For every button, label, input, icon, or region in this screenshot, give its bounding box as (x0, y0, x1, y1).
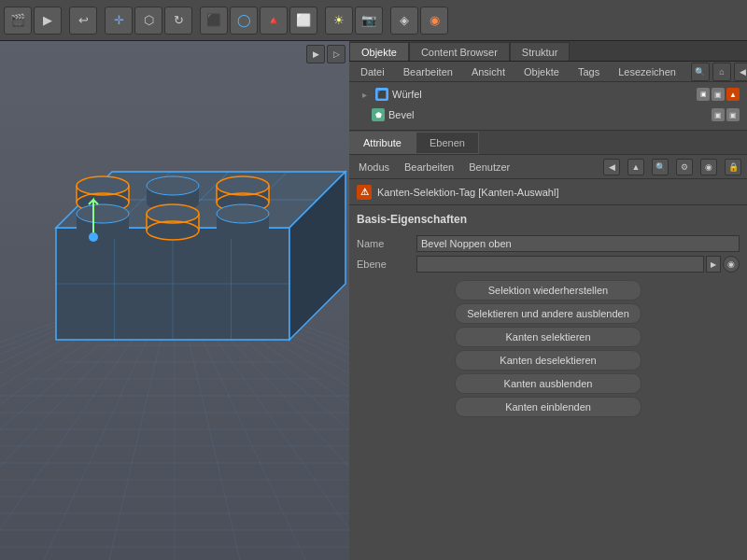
btn-selektieren-andere-ausblenden[interactable]: Selektieren und andere ausblenden (455, 303, 641, 324)
btn-kanten-ausblenden[interactable]: Kanten ausblenden (455, 373, 641, 394)
menu-icon-back[interactable]: ◀ (734, 63, 747, 81)
attr-tab-bar: Attribute Ebenen (349, 131, 747, 155)
toolbar-btn-rotate[interactable]: ↻ (164, 7, 192, 35)
attr-nav-left[interactable]: ◀ (603, 159, 620, 175)
prop-row-ebene: Ebene ▶ ◉ (349, 254, 747, 274)
toolbar-btn-render[interactable]: ◉ (420, 7, 448, 35)
section-header: Basis-Eigenschaften (349, 209, 747, 230)
right-panel: Objekte Content Browser Struktur Datei B… (349, 41, 747, 560)
prop-value-name: Bevel Noppen oben (416, 235, 740, 252)
menu-icon-home[interactable]: ⌂ (712, 63, 731, 81)
menu-objekte[interactable]: Objekte (520, 64, 563, 79)
bevel-tags: ▣ ▣ (712, 108, 740, 121)
toolbar-btn-scale[interactable]: ⬡ (134, 7, 162, 35)
btn-kanten-deselektieren[interactable]: Kanten deselektieren (455, 350, 641, 371)
tag-gray-1: ▣ (697, 88, 710, 101)
prop-label-name: Name (357, 238, 413, 249)
toolbar-btn-light[interactable]: ☀ (325, 7, 353, 35)
main-layout: ▶ ▷ Objekte Content Browser Struktur Dat… (0, 41, 747, 560)
tab-struktur[interactable]: Struktur (510, 42, 571, 61)
prop-row-name: Name Bevel Noppen oben (349, 233, 747, 254)
viewport-3d[interactable]: ▶ ▷ (0, 41, 349, 560)
tree-label-wuerfel: Würfel (392, 89, 693, 100)
attr-nav-circle[interactable]: ◉ (700, 159, 717, 175)
viewport-canvas (0, 41, 349, 560)
top-toolbar: 🎬 ▶ ↩ ✛ ⬡ ↻ ⬛ ◯ 🔺 ⬜ ☀ 📷 ◈ ◉ (0, 0, 747, 41)
tag-warning-bar: ⚠ Kanten-Selektion-Tag [Kanten-Auswahl] (349, 179, 747, 205)
tree-row-wuerfel[interactable]: ▸ ⬛ Würfel ▣ ▣ ▲ (353, 84, 743, 105)
menu-tags[interactable]: Tags (574, 64, 603, 79)
attr-nav-gear[interactable]: ⚙ (676, 159, 693, 175)
warning-icon: ⚠ (357, 185, 372, 200)
tag-gray-2: ▣ (712, 88, 725, 101)
bevel-tag-2: ▣ (726, 108, 740, 121)
menu-lesezeichen[interactable]: Lesezeichen (614, 64, 680, 79)
menu-icon-search[interactable]: 🔍 (691, 63, 710, 81)
viewport-controls: ▶ ▷ (306, 45, 345, 63)
ebene-arrow-btn[interactable]: ▶ (706, 256, 721, 273)
tree-label-bevel: Bevel (388, 109, 708, 120)
tab-bar-top: Objekte Content Browser Struktur (349, 41, 747, 62)
tab-objekte[interactable]: Objekte (349, 42, 409, 61)
properties-panel: Basis-Eigenschaften Name Bevel Noppen ob… (349, 205, 747, 560)
toolbar-btn-cone[interactable]: 🔺 (260, 7, 288, 35)
menu-bearbeiten[interactable]: Bearbeiten (400, 64, 457, 79)
cube-icon: ⬛ (375, 88, 388, 101)
tag-warning: ▲ (726, 88, 740, 101)
attr-benutzer[interactable]: Benutzer (465, 160, 514, 175)
btn-kanten-einblenden[interactable]: Kanten einblenden (455, 397, 641, 417)
attr-nav-lock[interactable]: 🔒 (725, 159, 741, 175)
attr-toolbar: Modus Bearbeiten Benutzer ◀ ▲ 🔍 ⚙ ◉ 🔒 (349, 155, 747, 179)
attr-nav-search[interactable]: 🔍 (652, 159, 669, 175)
toolbar-btn-move[interactable]: ✛ (105, 7, 133, 35)
object-tree: ▸ ⬛ Würfel ▣ ▣ ▲ ⬟ Bevel ▣ ▣ (349, 82, 747, 131)
ebene-circle-btn[interactable]: ◉ (723, 256, 740, 273)
toolbar-btn-undo[interactable]: ↩ (69, 7, 97, 35)
vp-btn-2[interactable]: ▷ (327, 45, 345, 63)
tree-expand-icon: ▸ (357, 87, 372, 102)
bevel-icon: ⬟ (372, 108, 385, 121)
prop-label-ebene: Ebene (357, 259, 413, 270)
tree-row-bevel[interactable]: ⬟ Bevel ▣ ▣ (353, 105, 743, 125)
tag-warning-text: Kanten-Selektion-Tag [Kanten-Auswahl] (377, 187, 558, 198)
wuerfel-tags: ▣ ▣ ▲ (697, 88, 740, 101)
tab-content-browser[interactable]: Content Browser (409, 42, 510, 61)
toolbar-btn-plane[interactable]: ⬜ (289, 7, 317, 35)
toolbar-btn-mat[interactable]: ◈ (390, 7, 418, 35)
attr-bearbeiten[interactable]: Bearbeiten (401, 160, 458, 175)
action-buttons: Selektion wiederherstellen Selektieren u… (349, 280, 747, 417)
toolbar-btn-film[interactable]: 🎬 (4, 7, 32, 35)
bevel-tag-1: ▣ (712, 108, 725, 121)
vp-btn-1[interactable]: ▶ (306, 45, 325, 63)
toolbar-btn-cube[interactable]: ⬛ (200, 7, 228, 35)
menu-bar: Datei Bearbeiten Ansicht Objekte Tags Le… (349, 62, 747, 82)
btn-selektion-wiederherstellen[interactable]: Selektion wiederherstellen (455, 280, 641, 301)
attr-nav-up[interactable]: ▲ (627, 159, 644, 175)
toolbar-btn-sphere[interactable]: ◯ (230, 7, 258, 35)
attr-modus[interactable]: Modus (355, 160, 393, 175)
btn-kanten-selektieren[interactable]: Kanten selektieren (455, 327, 641, 347)
menu-ansicht[interactable]: Ansicht (468, 64, 509, 79)
toolbar-btn-camera[interactable]: 📷 (355, 7, 383, 35)
prop-value-ebene[interactable] (416, 256, 704, 273)
tab-ebenen[interactable]: Ebenen (416, 132, 479, 154)
menu-datei[interactable]: Datei (357, 64, 388, 79)
toolbar-btn-play[interactable]: ▶ (34, 7, 62, 35)
tab-attribute[interactable]: Attribute (349, 132, 416, 154)
